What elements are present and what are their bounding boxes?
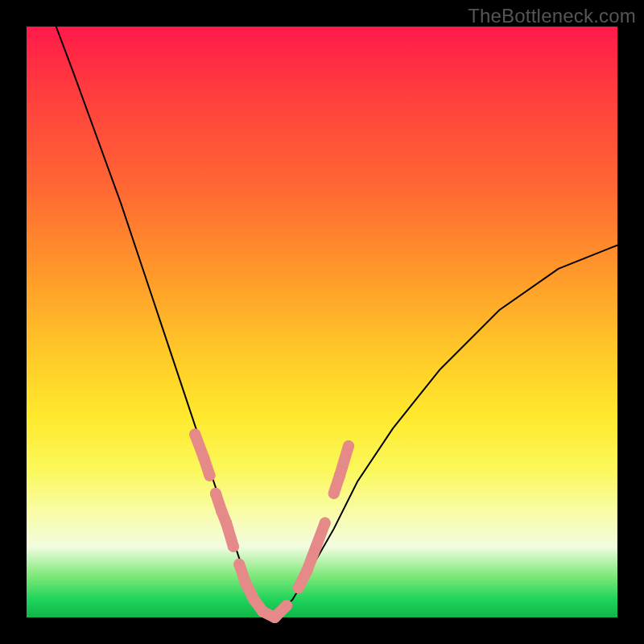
- marker-dot: [189, 429, 200, 440]
- marker-dot: [293, 582, 304, 593]
- marker-dot: [343, 440, 354, 452]
- marker-dot: [249, 594, 260, 605]
- marker-dot: [269, 612, 280, 623]
- marker-dot: [328, 488, 340, 499]
- marker-dot: [198, 452, 209, 464]
- marker-dot: [240, 576, 251, 588]
- chart-svg: [27, 27, 617, 617]
- marker-dot: [204, 470, 216, 481]
- chart-frame: TheBottleneck.com: [0, 0, 644, 644]
- marker-dot: [221, 518, 232, 529]
- marker-dot: [320, 518, 331, 529]
- curve-path: [56, 27, 617, 617]
- marker-dot: [228, 541, 239, 552]
- bottleneck-curve: [56, 27, 617, 617]
- marker-dot: [311, 541, 322, 552]
- watermark-text: TheBottleneck.com: [468, 5, 636, 27]
- marker-dot: [216, 506, 227, 517]
- plot-area: [27, 27, 617, 617]
- marker-dot: [302, 564, 313, 576]
- marker-dot: [233, 559, 245, 570]
- marker-dot: [334, 470, 345, 481]
- marker-dot: [210, 488, 221, 499]
- marker-dot: [281, 600, 292, 611]
- highlighted-points: [189, 429, 354, 624]
- marker-dot: [258, 606, 269, 617]
